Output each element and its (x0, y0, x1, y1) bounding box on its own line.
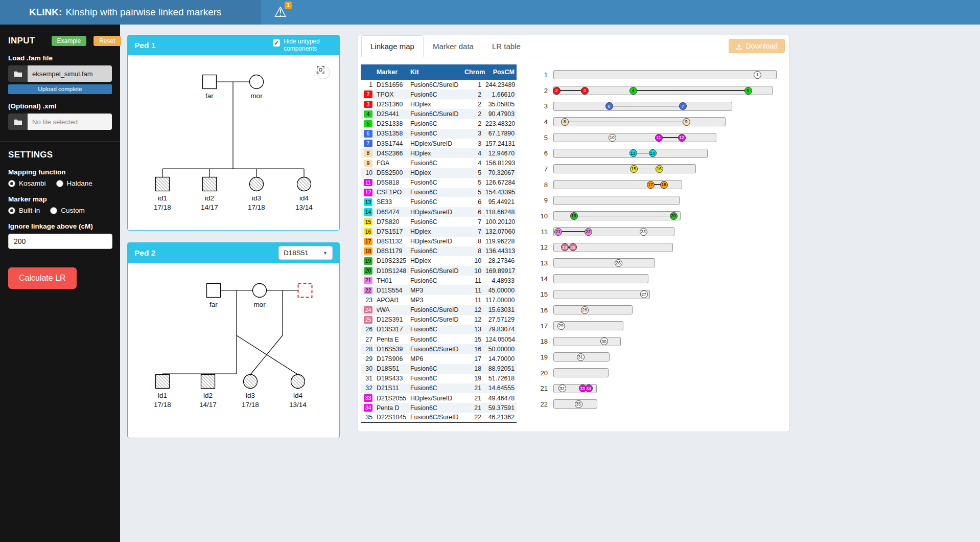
radio-built-in[interactable]: Built-in (8, 207, 40, 214)
chromosome-bar: 31 (553, 352, 610, 362)
chromosome-row: 20 (527, 365, 785, 381)
chrom-cell: 6 (462, 197, 483, 207)
row-index-cell: 2 (361, 89, 375, 99)
snapshot-button[interactable] (316, 65, 330, 79)
marker-dot: 21 (554, 228, 562, 236)
person-label: mor (250, 92, 263, 100)
chromosome-row: 2235 (527, 396, 785, 412)
warning-indicator[interactable]: ⚠ 1 (274, 0, 287, 25)
marker-color-chip: 34 (364, 404, 372, 412)
marker-select[interactable]: D18S51 ▼ (278, 246, 333, 260)
chromosome-row: 489 (527, 114, 785, 130)
marker-name-cell: CSF1PO (375, 188, 408, 197)
person-genotype: 13/14 (289, 401, 307, 409)
xml-file-input[interactable]: No file selected (8, 114, 112, 130)
marker-map-group: Built-in Custom (8, 207, 112, 214)
chromosome-label: 2 (527, 87, 553, 95)
marker-name-cell: D5S2500 (375, 168, 408, 177)
marker-dot: 18 (660, 181, 668, 189)
table-row: 1D1S1656Fusion6C/SureID1244.23489 (361, 80, 517, 89)
col-kit-header[interactable]: Kit (408, 64, 462, 80)
marker-color-chip: 15 (364, 218, 372, 226)
linkage-threshold-input[interactable] (8, 234, 112, 249)
marker-name-cell: TPOX (375, 89, 408, 99)
table-row: 16D7S1517HDplex7132.07060 (361, 227, 517, 236)
chrom-cell: 10 (462, 256, 483, 266)
marker-name-cell: APOAI1 (375, 295, 408, 305)
marker-color-chip: 16 (364, 228, 372, 236)
col-marker-header[interactable]: Marker (375, 64, 408, 80)
radio-haldane[interactable]: Haldane (56, 179, 92, 187)
col-index-header[interactable] (361, 64, 375, 80)
kit-cell: Fusion6C (408, 403, 462, 413)
person-id1: id117/18 (154, 375, 171, 409)
chrom-cell: 10 (462, 266, 483, 276)
chromosome-bar: 1718 (553, 180, 682, 189)
person-placeholder (298, 284, 312, 298)
marker-dot: 2 (553, 87, 561, 95)
app-title-brand: KLINK: (29, 7, 62, 18)
settings-heading: SETTINGS (8, 150, 53, 160)
marker-name-cell: D2S1338 (375, 119, 408, 129)
kit-cell: MP6 (408, 354, 462, 364)
marker-color-chip: 21 (364, 277, 372, 284)
chromosome-row: 71516 (527, 161, 785, 177)
marker-color-chip: 33 (364, 394, 372, 402)
row-index-cell: 27 (361, 334, 375, 344)
download-button[interactable]: Download (729, 39, 785, 53)
reset-button[interactable]: Reset (94, 36, 121, 46)
row-index-cell: 18 (361, 246, 375, 256)
chromosome-row: 22345 (527, 83, 785, 99)
app-title: KLINK: Kinship with pairwise linked mark… (0, 0, 261, 25)
fam-file-input[interactable]: eksempel_simul.fam (8, 65, 112, 82)
poscm-cell: 27.57129 (483, 315, 517, 325)
poscm-cell: 118.66248 (483, 207, 517, 217)
chrom-cell: 8 (462, 237, 483, 246)
marker-color-chip: 17 (364, 238, 372, 245)
example-button[interactable]: Example (52, 36, 87, 46)
marker-dot: 20 (670, 212, 678, 220)
table-row: 8D4S2366HDplex412.94670 (361, 148, 517, 158)
marker-link-line (558, 231, 588, 232)
row-index-cell: 20 (361, 266, 375, 276)
row-index-cell: 35 (361, 413, 375, 422)
ped2-panel: Ped 2 D18S51 ▼ farmorid117/18id214/17id3… (127, 242, 340, 438)
row-index-cell: 26 (361, 325, 375, 334)
col-chrom-header[interactable]: Chrom (462, 64, 483, 80)
tab-lr-table[interactable]: LR table (483, 35, 530, 57)
person-label: id3 (246, 392, 255, 399)
tab-marker-data[interactable]: Marker data (424, 35, 483, 57)
marker-color-chip: 19 (364, 257, 372, 265)
pedigree-column: Ped 1 ✓ Hide untyped components farmorid… (127, 35, 340, 438)
main-content: Ped 1 ✓ Hide untyped components farmorid… (120, 25, 980, 542)
ped2-pedigree-svg: farmorid117/18id214/17id317/18id413/14 (128, 263, 339, 438)
calculate-lr-button[interactable]: Calculate LR (8, 267, 77, 289)
radio-kosambi[interactable]: Kosambi (8, 179, 46, 187)
chromosome-bar: 67 (553, 102, 732, 111)
marker-dot: 5 (744, 87, 752, 95)
chrom-cell: 8 (462, 246, 483, 256)
chromosome-bar: 323334 (553, 384, 597, 393)
row-index-cell: 13 (361, 197, 375, 207)
table-row: 24vWAFusion6C/SureID1215.63031 (361, 305, 517, 315)
marker-color-chip: 8 (364, 149, 372, 157)
marker-dot: 34 (585, 385, 593, 392)
chromosome-map: 1122345367489510111261314715168171891019… (527, 67, 785, 412)
col-poscm-header[interactable]: PosCM (483, 64, 517, 80)
table-row: 28D16S539Fusion6C/SureID1650.00000 (361, 344, 517, 354)
mapping-function-label: Mapping function (8, 168, 112, 176)
chromosome-bar: 26 (553, 258, 655, 267)
poscm-cell: 14.70000 (483, 354, 517, 364)
row-index-cell: 31 (361, 374, 375, 383)
radio-custom[interactable]: Custom (50, 207, 85, 214)
table-row: 34Penta DFusion6C2159.37591 (361, 403, 517, 413)
tab-linkage-map[interactable]: Linkage map (361, 35, 424, 57)
hide-untyped-checkbox[interactable]: ✓ Hide untyped components (273, 38, 333, 53)
marker-name-cell: D8S1132 (375, 237, 408, 246)
kit-cell: Fusion6C (408, 383, 462, 393)
kit-cell: HDplex/SureID (408, 393, 462, 403)
chromosome-label: 17 (527, 322, 553, 330)
poscm-cell: 79.83074 (483, 325, 517, 334)
poscm-cell: 117.00000 (483, 295, 517, 305)
chrom-cell: 2 (462, 109, 483, 119)
